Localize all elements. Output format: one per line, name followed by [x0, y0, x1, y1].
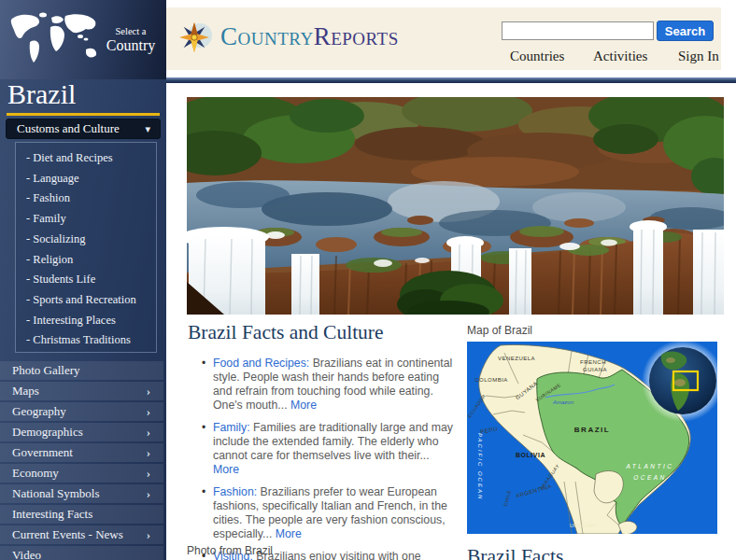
select-country-banner[interactable]: Select a Country	[0, 0, 166, 79]
map-label-atlantic: ATLANTIC	[626, 463, 674, 469]
search-button[interactable]: Search	[657, 21, 714, 41]
header-divider-bar	[166, 77, 736, 83]
submenu-item-christmas-traditions[interactable]: - Christmas Traditions	[26, 330, 156, 351]
brazil-map[interactable]: VENEZUELA FRENCH GUIANA COLOMBIA GUYANA …	[467, 342, 717, 534]
chevron-right-icon: ›	[147, 464, 150, 482]
sidebar-item-video[interactable]: Video	[0, 546, 163, 560]
logo-country-text: Country	[220, 22, 314, 50]
map-label-venezuela: VENEZUELA	[498, 356, 535, 361]
select-a-text: Select a	[103, 26, 159, 36]
sidebar-item-government[interactable]: Government ›	[0, 443, 163, 462]
gold-divider	[7, 113, 160, 116]
menu-item-label: Video	[12, 548, 41, 560]
page-title: Brazil	[7, 78, 76, 110]
map-label-amazon: Amazon	[552, 399, 574, 405]
customs-culture-dropdown[interactable]: Customs and Culture ▾	[6, 119, 161, 139]
submenu-item-sports-and-recreation[interactable]: - Sports and Recreation	[26, 290, 156, 311]
food-and-recipes-link[interactable]: Food and Recipes:	[213, 357, 309, 370]
menu-item-label: Photo Gallery	[12, 363, 80, 377]
sidebar-item-national-symbols[interactable]: National Symbols ›	[0, 484, 163, 503]
more-link[interactable]: More	[276, 527, 302, 540]
sidebar: Select a Country Brazil Customs and Cult…	[0, 0, 166, 560]
sidebar-item-economy[interactable]: Economy ›	[0, 464, 163, 483]
chevron-right-icon: ›	[147, 423, 150, 441]
more-link[interactable]: More	[213, 463, 239, 476]
sidebar-item-current-events-news[interactable]: Current Events - News ›	[0, 525, 163, 544]
fashion-link[interactable]: Fashion:	[213, 485, 257, 498]
chevron-right-icon: ›	[147, 402, 150, 420]
world-map-icon	[7, 10, 102, 68]
submenu-item-language[interactable]: - Language	[26, 169, 156, 189]
menu-item-label: Geography	[12, 404, 66, 418]
submenu-item-religion[interactable]: - Religion	[26, 250, 156, 271]
nav-activities-link[interactable]: Activities	[593, 49, 647, 64]
country-text: Country	[103, 37, 159, 54]
chevron-right-icon: ›	[147, 443, 150, 461]
sidebar-item-maps[interactable]: Maps ›	[0, 382, 163, 400]
menu-item-label: Interesting Facts	[12, 507, 92, 521]
chevron-down-icon: ▾	[145, 119, 150, 138]
facts-list: Food and Recipes: Brazilians eat in cont…	[213, 357, 458, 560]
family-link[interactable]: Family:	[213, 421, 250, 434]
sidebar-item-geography[interactable]: Geography ›	[0, 402, 163, 421]
menu-item-label: Current Events - News	[12, 527, 123, 541]
brazil-facts-title: Brazil Facts	[467, 545, 563, 560]
map-label-pacific-ocean: PACIFIC OCEAN	[477, 433, 483, 500]
search-input[interactable]	[502, 21, 654, 40]
sidebar-item-interesting-facts[interactable]: Interesting Facts	[0, 505, 163, 524]
select-country-label[interactable]: Select a Country	[103, 26, 159, 54]
chevron-right-icon: ›	[147, 484, 150, 502]
map-label-brazil: BRAZIL	[574, 426, 610, 434]
submenu-item-socializing[interactable]: - Socializing	[26, 230, 156, 250]
menu-item-label: Maps	[12, 384, 39, 398]
submenu-item-students-life[interactable]: - Students Life	[26, 270, 156, 290]
dropdown-label: Customs and Culture	[17, 121, 120, 135]
menu-item-label: Economy	[12, 466, 59, 480]
brazil-map-image: VENEZUELA FRENCH GUIANA COLOMBIA GUYANA …	[467, 342, 717, 534]
submenu-item-interesting-places[interactable]: - Interesting Places	[26, 311, 156, 331]
menu-item-label: National Symbols	[12, 486, 100, 500]
map-label-uruguay: URUGUAY	[570, 523, 596, 528]
chevron-right-icon: ›	[147, 382, 150, 399]
submenu-item-family[interactable]: - Family	[26, 209, 156, 230]
map-label-french-guiana-2: GUIANA	[583, 367, 607, 372]
menu-item-label: Demographics	[12, 425, 83, 439]
logo-reports-text: Reports	[314, 22, 399, 50]
sidebar-menu: Photo Gallery Maps › Geography › Demogra…	[0, 361, 163, 560]
map-label-french-guiana-1: FRENCH	[580, 359, 606, 365]
map-label-colombia: COLOMBIA	[474, 377, 508, 383]
compass-star-icon	[177, 21, 215, 58]
sidebar-item-photo-gallery[interactable]: Photo Gallery	[0, 361, 163, 380]
photo-caption: Photo from Brazil	[187, 544, 273, 557]
top-header: CountryReports Search Countries Activiti…	[166, 7, 721, 70]
list-item-fashion: Fashion: Brazilians prefer to wear Europ…	[213, 485, 458, 541]
menu-item-label: Government	[12, 445, 73, 459]
page-section-title: Brazil Facts and Culture	[188, 321, 384, 344]
map-label-ocean: OCEAN	[633, 474, 667, 481]
brazil-photo[interactable]	[187, 97, 724, 315]
list-item-family: Family: Families are traditionally large…	[213, 421, 458, 477]
sidebar-item-demographics[interactable]: Demographics ›	[0, 423, 163, 441]
submenu-item-fashion[interactable]: - Fashion	[26, 189, 156, 209]
more-link[interactable]: More	[290, 399, 317, 412]
submenu-item-diet-and-recipes[interactable]: - Diet and Recipes	[26, 148, 156, 169]
map-label-bolivia: BOLIVIA	[516, 452, 545, 458]
customs-culture-submenu: - Diet and Recipes - Language - Fashion …	[15, 142, 157, 353]
map-caption: Map of Brazil	[467, 324, 532, 337]
waterfall-photo-image	[187, 97, 724, 315]
chevron-right-icon: ›	[147, 525, 150, 543]
nav-countries-link[interactable]: Countries	[510, 49, 564, 64]
logo-wordmark: CountryReports	[220, 22, 399, 51]
list-item-food-and-recipes: Food and Recipes: Brazilians eat in cont…	[213, 357, 458, 413]
nav-sign-in-link[interactable]: Sign In	[678, 49, 719, 64]
